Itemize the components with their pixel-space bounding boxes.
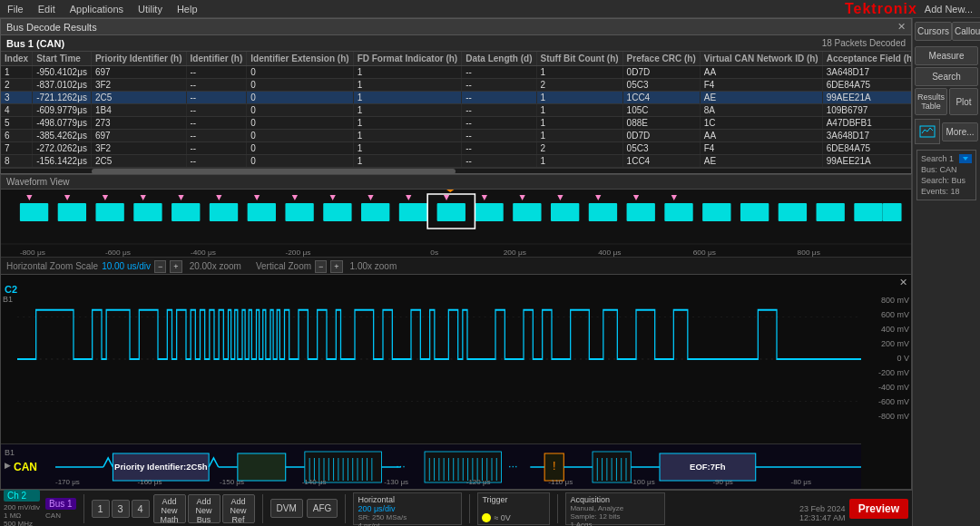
svg-rect-11 bbox=[399, 203, 427, 221]
right-panel: Cursors Callout Measure Search ResultsTa… bbox=[912, 18, 980, 526]
add-new-ref-btn[interactable]: AddNewRef bbox=[222, 494, 255, 523]
table-cell: 1 bbox=[353, 104, 462, 117]
acquisition-mode: Manual, Analyze bbox=[570, 504, 661, 512]
table-cell: 05C3 bbox=[622, 79, 700, 92]
scope-icon bbox=[915, 119, 940, 144]
menu-edit[interactable]: Edit bbox=[38, 4, 55, 15]
cursors-button[interactable]: Cursors bbox=[915, 22, 952, 41]
table-cell: AE bbox=[700, 155, 822, 168]
svg-rect-18 bbox=[664, 203, 692, 221]
table-cell: 109B6797 bbox=[822, 104, 911, 117]
table-cell: -- bbox=[186, 79, 247, 92]
table-cell: 3A648D17 bbox=[822, 66, 911, 79]
table-row[interactable]: 5-498.0779μs273--01--1088E1CA47DBFB1CB 1… bbox=[1, 117, 911, 130]
bottom-bar: Ch 2 200 mV/div 1 MΩ 500 MHz Bus 1 CAN 1… bbox=[0, 490, 912, 526]
table-cell: 1 bbox=[536, 155, 622, 168]
menu-file[interactable]: File bbox=[7, 4, 24, 15]
plot-button[interactable]: Plot bbox=[949, 88, 978, 115]
svg-rect-4 bbox=[133, 203, 162, 221]
svg-rect-24 bbox=[883, 203, 902, 221]
dvm-button[interactable]: DVM bbox=[270, 499, 303, 518]
table-cell: A47DBFB1 bbox=[822, 117, 911, 130]
volt-600: 600 mV bbox=[878, 307, 909, 322]
v-zoom-decrease-btn[interactable]: − bbox=[315, 260, 327, 273]
svg-rect-10 bbox=[361, 203, 389, 221]
table-row[interactable]: 2-837.0102μs3F2--01--205C3F46DE84A75D5 1… bbox=[1, 79, 911, 92]
search-button[interactable]: Search bbox=[915, 67, 978, 86]
horizontal-sr: SR: 250 MSa/s bbox=[358, 513, 457, 521]
voltage-scale: 800 mV 600 mV 400 mV 200 mV 0 V -200 mV … bbox=[878, 293, 909, 424]
waveform-area[interactable]: B1▶ bbox=[1, 190, 911, 257]
afg-button[interactable]: AFG bbox=[307, 499, 338, 518]
col-preface-crc: Preface CRC (h) bbox=[622, 52, 700, 66]
ch2-ohm: 1 MΩ bbox=[4, 511, 40, 520]
table-cell: -272.0262μs bbox=[33, 142, 92, 155]
signal-waveform-svg bbox=[17, 275, 861, 443]
horizontal-time-div: 200 μs/div bbox=[358, 504, 457, 513]
table-row[interactable]: 1-950.4102μs697--01--10D7DAA3A648D176D 0… bbox=[1, 66, 911, 79]
nav-btn-3[interactable]: 3 bbox=[112, 500, 130, 518]
trigger-indicator-row: ≈ 0V bbox=[482, 513, 545, 522]
zoom-decrease-btn[interactable]: − bbox=[154, 260, 166, 273]
nav-btn-4[interactable]: 4 bbox=[132, 500, 150, 518]
col-acceptance: Acceptance Field (h) bbox=[822, 52, 911, 66]
signal-close-button[interactable]: ✕ bbox=[899, 277, 907, 288]
volt-n200: -200 mV bbox=[878, 365, 909, 380]
results-table-button[interactable]: ResultsTable bbox=[915, 88, 947, 115]
add-new-button[interactable]: Add New... bbox=[925, 4, 973, 15]
bus-decode-close-button[interactable]: ✕ bbox=[897, 21, 906, 33]
zoom-increase-btn[interactable]: + bbox=[170, 260, 181, 273]
callout-button[interactable]: Callout bbox=[952, 22, 980, 41]
volt-n600: -600 mV bbox=[878, 394, 909, 409]
menu-help[interactable]: Help bbox=[177, 4, 198, 15]
menu-items: File Edit Applications Utility Help bbox=[7, 4, 198, 15]
search-label: Search 1 bbox=[921, 154, 954, 163]
bus-name-label: Bus 1 (CAN) bbox=[6, 38, 64, 49]
table-row[interactable]: 7-272.0262μs3F2--01--205C3F46DE84A75D5 1… bbox=[1, 142, 911, 155]
horizontal-label: Horizontal bbox=[358, 495, 457, 504]
menu-applications[interactable]: Applications bbox=[70, 4, 123, 15]
packets-decoded-label: 18 Packets Decoded bbox=[822, 38, 906, 48]
acquisition-sample: Sample: 12 bits bbox=[570, 512, 661, 521]
bus1-protocol: CAN bbox=[45, 511, 76, 520]
v-zoom-increase-btn[interactable]: + bbox=[330, 260, 342, 273]
menu-utility[interactable]: Utility bbox=[138, 4, 162, 15]
table-cell: 2 bbox=[536, 79, 622, 92]
right-panel-top-buttons: Cursors Callout bbox=[915, 22, 978, 41]
table-row[interactable]: 6-385.4262μs697--01--10D7DAA3A648D176D 0… bbox=[1, 130, 911, 142]
table-cell: 1 bbox=[353, 92, 462, 104]
date-time-display: 23 Feb 2024 12:31:47 AM bbox=[799, 495, 846, 522]
ch2-block: Ch 2 200 mV/div 1 MΩ 500 MHz bbox=[4, 490, 40, 527]
table-cell: -- bbox=[462, 130, 536, 142]
add-new-bus-btn[interactable]: AddNewBus bbox=[188, 494, 220, 523]
table-cell: -- bbox=[462, 155, 536, 168]
table-cell: 6 bbox=[1, 130, 33, 142]
table-cell: -- bbox=[462, 104, 536, 117]
svg-text:-800 μs: -800 μs bbox=[20, 248, 45, 257]
svg-rect-22 bbox=[817, 203, 845, 221]
svg-rect-12 bbox=[437, 203, 466, 221]
table-row[interactable]: 3-721.1262μs2C5--01--11CC4AE99AEE21AEE 0… bbox=[1, 92, 911, 104]
col-start-time: Start Time bbox=[33, 52, 92, 66]
ch2-label[interactable]: Ch 2 bbox=[4, 490, 40, 502]
svg-rect-17 bbox=[627, 203, 655, 221]
main-content: Bus Decode Results ✕ Bus 1 (CAN) 18 Pack… bbox=[0, 18, 912, 526]
table-row[interactable]: 4-609.9779μs1B4--01--1105C8A109B6797E5 0… bbox=[1, 104, 911, 117]
bus1-label[interactable]: Bus 1 bbox=[45, 498, 76, 510]
svg-rect-1 bbox=[20, 203, 48, 221]
volt-0: 0 V bbox=[878, 351, 909, 365]
preview-button[interactable]: Preview bbox=[849, 499, 908, 519]
svg-rect-0 bbox=[1, 190, 911, 257]
search-events-row: Events: 18 bbox=[921, 187, 972, 196]
add-new-math-btn[interactable]: AddNewMath bbox=[153, 494, 186, 523]
nav-btn-1[interactable]: 1 bbox=[92, 500, 110, 518]
table-cell: 1 bbox=[353, 142, 462, 155]
more-button[interactable]: More... bbox=[942, 122, 978, 141]
table-row[interactable]: 8-156.1422μs2C5--01--11CC4AE99AEE21AEE 0… bbox=[1, 155, 911, 168]
search-toggle[interactable] bbox=[959, 154, 972, 163]
table-cell: 697 bbox=[91, 130, 186, 142]
table-cell: 0 bbox=[247, 79, 353, 92]
measure-button[interactable]: Measure bbox=[915, 46, 978, 65]
decode-table-scroll[interactable]: Index Start Time Priority Identifier (h)… bbox=[1, 52, 911, 168]
table-cell: 1 bbox=[353, 117, 462, 130]
